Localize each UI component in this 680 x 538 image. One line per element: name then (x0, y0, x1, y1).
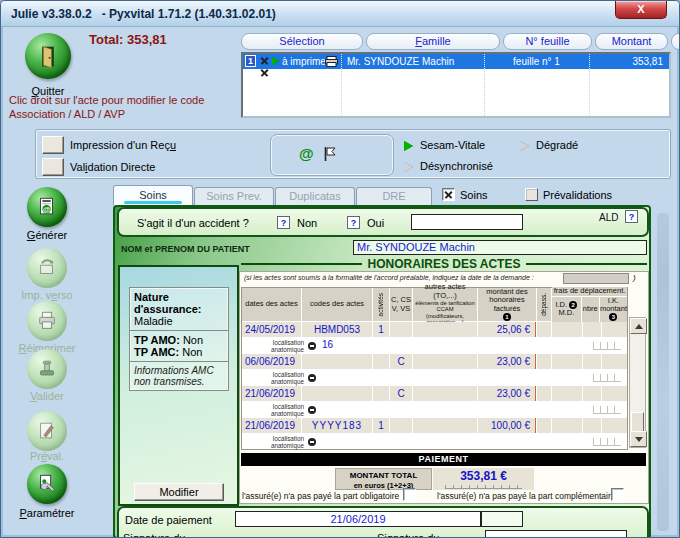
collapse-icon[interactable] (308, 374, 316, 382)
act-ccs[interactable]: C (390, 386, 412, 401)
print-verso-button[interactable] (27, 248, 67, 288)
quit-button[interactable] (25, 33, 71, 79)
act-code[interactable] (302, 354, 372, 369)
generate-button[interactable]: @ (27, 187, 67, 227)
act-depass[interactable] (537, 354, 551, 369)
act-date[interactable]: 24/05/2019 (242, 322, 301, 337)
collapse-icon[interactable] (308, 406, 316, 414)
tp-amc-label: TP AMC: (134, 346, 179, 358)
act-code[interactable]: HBMD053 (302, 322, 372, 337)
act-nbre[interactable] (583, 418, 601, 433)
act-localisation-row[interactable]: localisationanatomique (242, 402, 627, 417)
tab-soins-prev[interactable]: Soins Prev. (194, 187, 274, 205)
print-receipt-button[interactable] (42, 136, 64, 154)
act-code[interactable]: YYYY183 (302, 418, 372, 433)
act-localisation-row[interactable]: localisationanatomique (242, 434, 627, 449)
acts-scrollbar[interactable] (629, 317, 646, 448)
unpaid-mandatory-checkbox[interactable] (403, 488, 416, 501)
act-nbre[interactable] (583, 322, 601, 337)
preval-button[interactable] (27, 411, 67, 451)
scroll-up-button[interactable] (630, 318, 647, 334)
act-depass[interactable] (537, 418, 551, 433)
column-famille[interactable]: Famille (366, 33, 500, 50)
title-bar[interactable]: Julie v3.38.0.2 - Pyxvital 1.71.2 (1.40.… (1, 1, 680, 27)
act-ik[interactable] (602, 386, 627, 401)
invoice-list[interactable]: 1 à imprimer Mr. SYNDOUZE Machin feuille… (241, 52, 671, 118)
scroll-down-button[interactable] (630, 431, 647, 447)
soins-checkbox[interactable] (442, 188, 455, 201)
act-amount[interactable]: 100,00 € (478, 418, 536, 433)
tab-duplicatas[interactable]: Duplicatas (275, 187, 355, 205)
unpaid-complementary-checkbox[interactable] (611, 488, 624, 501)
collapse-icon[interactable] (308, 438, 316, 446)
act-others[interactable] (413, 322, 477, 337)
act-id[interactable] (552, 322, 582, 337)
act-nbre[interactable] (583, 386, 601, 401)
scrollbar-thumb[interactable] (631, 412, 644, 432)
accident-date-input[interactable] (411, 214, 523, 230)
act-amount[interactable]: 23,00 € (478, 386, 536, 401)
prior-agreement-date-input[interactable] (563, 273, 629, 284)
preval-icon (36, 420, 58, 442)
prevalidations-checkbox[interactable] (525, 188, 538, 201)
header-id-md: I.D. 2 M.D. (552, 297, 581, 322)
act-id[interactable] (552, 386, 582, 401)
act-amount[interactable]: 23,00 € (478, 354, 536, 369)
desync-indicator[interactable] (404, 162, 413, 172)
act-ccs[interactable] (390, 418, 412, 433)
act-ik[interactable] (602, 354, 627, 369)
tab-soins[interactable]: Soins (113, 185, 193, 205)
act-others[interactable] (413, 418, 477, 433)
payment-date-extra-input[interactable] (481, 511, 523, 527)
localisation-value[interactable]: 16 (322, 339, 333, 350)
act-ccs[interactable] (390, 322, 412, 337)
act-code[interactable] (302, 386, 372, 401)
act-ccs[interactable]: C (390, 354, 412, 369)
close-button[interactable]: X (615, 1, 667, 19)
act-depass[interactable] (537, 322, 551, 337)
door-icon (34, 42, 62, 70)
act-date[interactable]: 21/06/2019 (242, 418, 301, 433)
act-ik[interactable] (602, 418, 627, 433)
degraded-indicator[interactable] (520, 141, 529, 151)
accident-no-help-button[interactable]: ? (277, 216, 290, 229)
act-id[interactable] (552, 354, 582, 369)
ald-help-button[interactable]: ? (625, 210, 638, 223)
collapse-icon[interactable] (308, 342, 316, 350)
tab-dre[interactable]: DRE (356, 187, 432, 205)
act-depass[interactable] (537, 386, 551, 401)
act-date[interactable]: 06/06/2019 (242, 354, 301, 369)
reprint-button[interactable] (27, 301, 67, 341)
column-selection[interactable]: Sélection (241, 33, 363, 50)
direct-validation-button[interactable] (42, 158, 64, 176)
column-feuille[interactable]: N° feuille (503, 33, 592, 50)
sesam-vitale-indicator[interactable] (404, 141, 413, 151)
act-activity[interactable]: 1 (373, 322, 389, 337)
header-amount: montant des honoraires facturés 1 (478, 288, 536, 321)
signature-input[interactable] (485, 530, 627, 538)
configure-button[interactable] (27, 464, 67, 504)
act-others[interactable] (413, 354, 477, 369)
act-localisation-row[interactable]: localisationanatomique 16 (242, 338, 627, 353)
act-activity[interactable]: 1 (373, 418, 389, 433)
column-extra[interactable] (671, 33, 680, 50)
patient-name-input[interactable]: Mr. SYNDOUZE Machin (353, 240, 647, 255)
column-montant[interactable]: Montant (595, 33, 668, 50)
modify-button[interactable]: Modifier (134, 483, 224, 501)
act-others[interactable] (413, 386, 477, 401)
act-id[interactable] (552, 418, 582, 433)
act-localisation-row[interactable]: localisationanatomique (242, 370, 627, 385)
act-nbre[interactable] (583, 354, 601, 369)
act-amount[interactable]: 25,06 € (478, 322, 536, 337)
act-ik[interactable] (602, 322, 627, 337)
act-activity[interactable] (373, 386, 389, 401)
validate-button[interactable] (27, 349, 67, 389)
reprint-icon (36, 310, 58, 332)
invoice-row-selected[interactable]: 1 à imprimer Mr. SYNDOUZE Machin feuille… (243, 54, 669, 69)
payment-date-input[interactable]: 21/06/2019 (235, 511, 481, 527)
act-date[interactable]: 21/06/2019 (242, 386, 301, 401)
act-activity[interactable] (373, 354, 389, 369)
at-icon: @ (299, 145, 314, 162)
accident-yes-help-button[interactable]: ? (347, 216, 360, 229)
tp-amc-value: Non (182, 346, 202, 358)
